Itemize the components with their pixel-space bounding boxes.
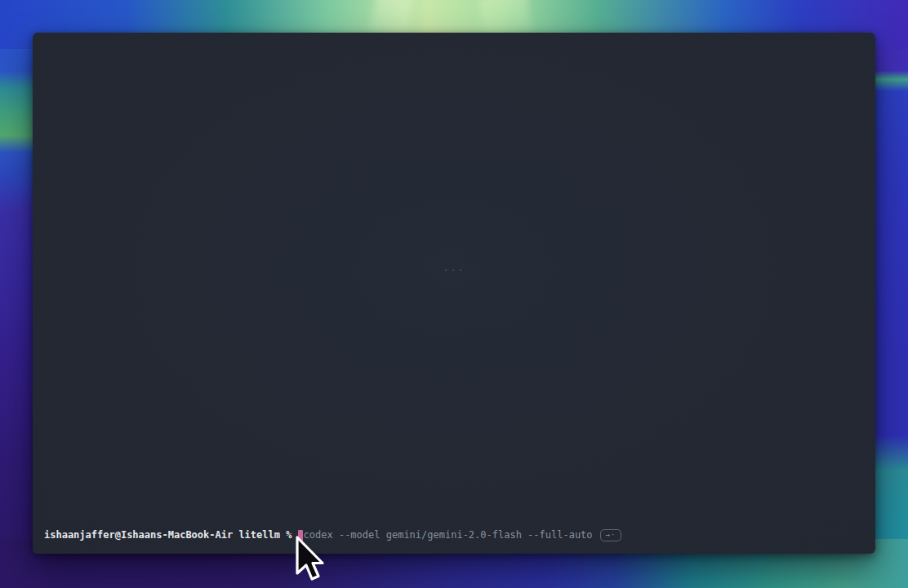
prompt-user-host: ishaanjaffer@Ishaans-MacBook-Air: [44, 529, 233, 541]
terminal-prompt-line[interactable]: ishaanjaffer@Ishaans-MacBook-Air litellm…: [44, 529, 864, 541]
prompt-directory: litellm: [238, 529, 280, 541]
terminal-ellipsis: ···: [443, 265, 465, 276]
autosuggestion-text: codex --model gemini/gemini-2.0-flash --…: [304, 529, 593, 541]
mouse-cursor-icon: [294, 535, 325, 583]
terminal-window[interactable]: ··· ishaanjaffer@Ishaans-MacBook-Air lit…: [33, 33, 875, 554]
accept-suggestion-hint-badge: →·: [600, 529, 622, 541]
prompt-symbol: %: [286, 529, 292, 541]
prompt-space: [233, 535, 238, 536]
prompt-space: [280, 535, 286, 536]
